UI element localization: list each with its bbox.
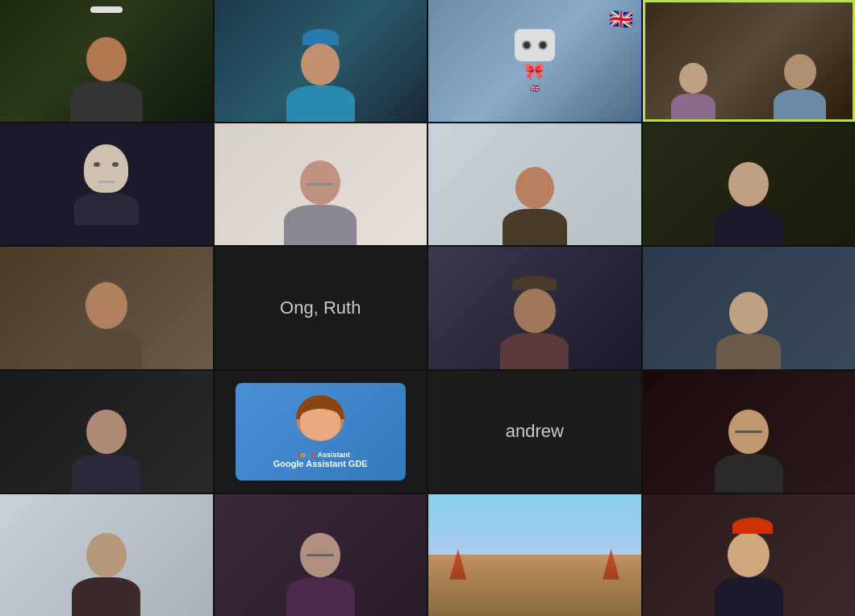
video-grid: 🎀 🇬🇧 🇬🇧 [0,0,855,616]
participant-cell-1 [0,0,213,122]
participant-cell-8 [643,123,856,245]
participant-cell-ong-ruth: Ong, Ruth [215,247,428,368]
participant-cell-12 [643,247,856,368]
participant-cell-5 [0,123,213,245]
participant-cell-andrew: andrew [428,371,641,493]
participant-name-ong-ruth: Ong, Ruth [280,298,361,318]
participant-cell-6 [215,123,428,245]
participant-cell-gde: Google Assistant Google Assistant GDE [215,371,428,493]
participant-cell-16 [643,371,856,493]
participant-cell-3: 🎀 🇬🇧 🇬🇧 [428,0,641,122]
participant-cell-9 [0,247,213,368]
participant-cell-7 [428,123,641,245]
participant-cell-13 [0,371,213,493]
participant-cell-sanfran [428,494,641,616]
participant-cell-2 [215,0,428,122]
participant-cell-18 [215,494,428,616]
participant-name-andrew: andrew [506,421,564,442]
gde-title-label: Google Assistant GDE [273,459,368,468]
participant-cell-4 [643,0,856,122]
participant-cell-11 [428,247,641,368]
participant-cell-20 [643,494,856,616]
participant-cell-17 [0,494,213,616]
